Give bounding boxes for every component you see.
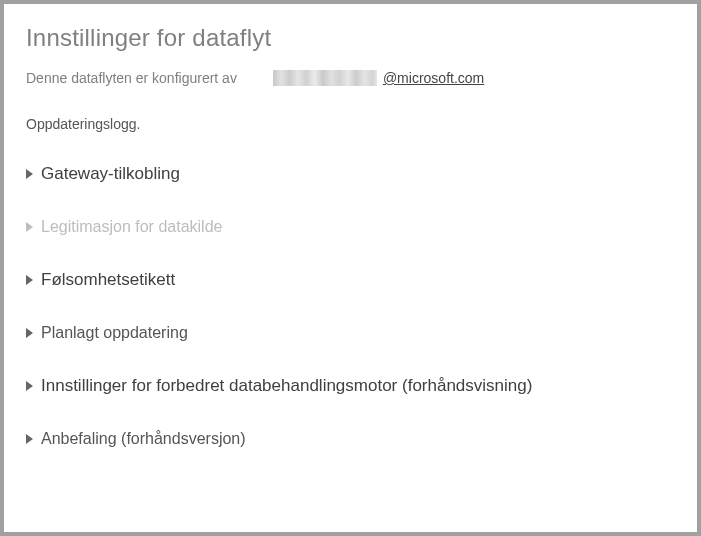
chevron-right-icon — [26, 328, 33, 338]
section-label: Planlagt oppdatering — [41, 324, 188, 342]
section-scheduled-refresh[interactable]: Planlagt oppdatering — [26, 324, 675, 342]
email-domain-link[interactable]: @microsoft.com — [383, 70, 484, 86]
section-data-source-credentials: Legitimasjon for datakilde — [26, 218, 675, 236]
chevron-right-icon — [26, 169, 33, 179]
configured-by-user: @microsoft.com — [273, 70, 484, 86]
section-label: Legitimasjon for datakilde — [41, 218, 222, 236]
section-label: Anbefaling (forhåndsversjon) — [41, 430, 246, 448]
chevron-right-icon — [26, 275, 33, 285]
section-label: Innstillinger for forbedret databehandli… — [41, 376, 532, 396]
chevron-right-icon — [26, 434, 33, 444]
section-enhanced-compute-engine[interactable]: Innstillinger for forbedret databehandli… — [26, 376, 675, 396]
page-title: Innstillinger for dataflyt — [26, 24, 675, 52]
configured-by-line: Denne dataflyten er konfigurert av @micr… — [26, 70, 675, 86]
chevron-right-icon — [26, 222, 33, 232]
refresh-history-label: Oppdateringslogg. — [26, 116, 675, 132]
settings-panel: Innstillinger for dataflyt Denne datafly… — [4, 4, 697, 532]
chevron-right-icon — [26, 381, 33, 391]
section-sensitivity-label[interactable]: Følsomhetsetikett — [26, 270, 675, 290]
section-label: Følsomhetsetikett — [41, 270, 175, 290]
section-label: Gateway-tilkobling — [41, 164, 180, 184]
redacted-name — [273, 70, 377, 86]
section-gateway-connection[interactable]: Gateway-tilkobling — [26, 164, 675, 184]
configured-by-prefix: Denne dataflyten er konfigurert av — [26, 70, 237, 86]
section-endorsement[interactable]: Anbefaling (forhåndsversjon) — [26, 430, 675, 448]
